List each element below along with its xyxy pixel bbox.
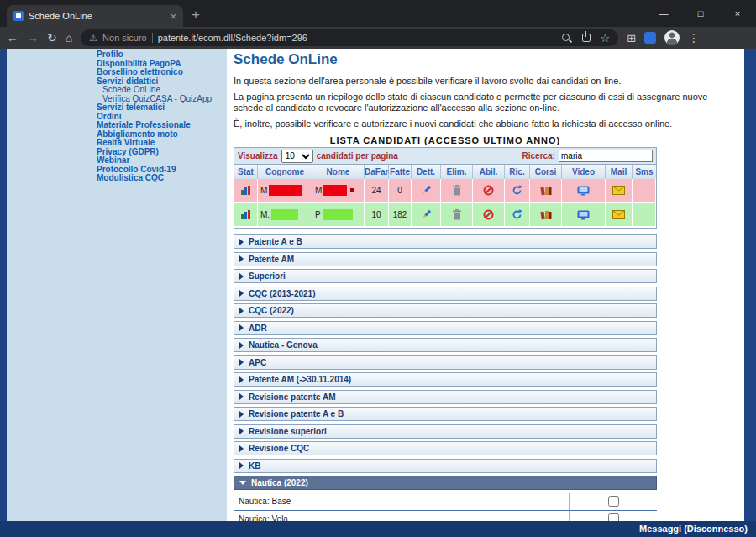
- header-video[interactable]: Video: [562, 165, 606, 179]
- accordion-revisione-a-b[interactable]: Revisione patente A e B: [234, 407, 657, 421]
- accordion-cqc-2022[interactable]: CQC (2022): [234, 303, 657, 318]
- sidebar-item-schede-online[interactable]: Schede OnLine: [97, 86, 227, 95]
- accordion-nautica-genova[interactable]: Nautica - Genova: [234, 338, 657, 352]
- refresh-request-icon[interactable]: [512, 185, 522, 196]
- refresh-button[interactable]: ↻: [47, 32, 57, 44]
- address-bar[interactable]: ⚠ Non sicuro patente.it/ecom.dll/Schede?…: [81, 29, 618, 46]
- zoom-icon[interactable]: [561, 33, 572, 44]
- delete-trash-icon[interactable]: [452, 209, 462, 220]
- header-stat[interactable]: Stat: [234, 165, 258, 179]
- mail-envelope-icon[interactable]: [612, 186, 625, 195]
- accordion-kb[interactable]: KB: [234, 459, 657, 473]
- extensions-icon[interactable]: ⊞: [627, 32, 636, 45]
- accordion-revisione-superiori[interactable]: Revisione superiori: [234, 424, 657, 439]
- nautica-vela-checkbox[interactable]: [608, 513, 619, 521]
- not-secure-warning-icon: ⚠: [89, 33, 97, 44]
- table-controls: Visualizza 10 candidati per pagina Ricer…: [234, 148, 656, 165]
- messages-status-bar[interactable]: Messaggi (Disconnesso): [0, 521, 756, 537]
- courses-books-icon[interactable]: [540, 210, 552, 220]
- header-corsi[interactable]: Corsi: [530, 165, 562, 179]
- messages-label[interactable]: Messaggi (Disconnesso): [639, 524, 748, 534]
- browser-menu-icon[interactable]: ⋮: [688, 31, 700, 45]
- extension-badge-icon[interactable]: [644, 32, 656, 44]
- header-ric[interactable]: Ric.: [505, 165, 530, 179]
- header-elim[interactable]: Elim.: [441, 165, 473, 179]
- new-tab-button[interactable]: +: [192, 7, 200, 24]
- accordion-apc[interactable]: APC: [234, 355, 657, 370]
- candidate-row: M M 24 0: [234, 179, 656, 203]
- header-cognome[interactable]: Cognome: [258, 165, 312, 179]
- deny-access-icon[interactable]: [483, 209, 494, 220]
- license-accordion: Patente A e B Patente AM Superiori CQC (…: [234, 234, 657, 490]
- chevron-right-icon: [239, 359, 244, 366]
- accordion-patente-am[interactable]: Patente AM: [234, 252, 657, 266]
- courses-books-icon[interactable]: [540, 186, 552, 196]
- minimize-button[interactable]: —: [645, 0, 682, 27]
- profile-avatar[interactable]: [664, 30, 680, 45]
- accordion-patente-am-2014[interactable]: Patente AM (->30.11.2014): [234, 372, 657, 387]
- nautica-vela-row: Nautica: Vela: [234, 511, 657, 522]
- browser-toolbar: ← → ↻ ⌂ ⚠ Non sicuro patente.it/ecom.dll…: [0, 27, 756, 49]
- redacted-name: [323, 185, 347, 196]
- accordion-nautica-2022[interactable]: Nautica (2022): [234, 476, 657, 490]
- nautica-options: Nautica: Base Nautica: Vela: [234, 493, 657, 522]
- address-divider: [152, 33, 153, 43]
- refresh-request-icon[interactable]: [512, 209, 522, 220]
- header-mail[interactable]: Mail: [606, 165, 633, 179]
- sms-cell: [633, 179, 656, 202]
- close-button[interactable]: ×: [719, 0, 756, 27]
- edit-pencil-icon[interactable]: [421, 185, 432, 196]
- redacted-surname: [271, 209, 298, 220]
- sidebar-item-profilo[interactable]: Profilo: [97, 50, 227, 60]
- header-nome[interactable]: Nome: [312, 165, 365, 179]
- accordion-patente-a-b[interactable]: Patente A e B: [234, 234, 657, 249]
- header-dett[interactable]: Dett.: [412, 165, 441, 179]
- mail-envelope-icon[interactable]: [612, 210, 625, 219]
- sidebar-item-materiale[interactable]: Materiale Professionale: [97, 121, 227, 130]
- share-icon[interactable]: [582, 34, 591, 42]
- fatte-count: 182: [389, 203, 412, 226]
- back-button[interactable]: ←: [7, 32, 18, 44]
- chevron-right-icon: [239, 393, 244, 400]
- search-input[interactable]: [559, 150, 653, 162]
- candidate-row: M. P 10 182: [234, 203, 656, 228]
- forward-button[interactable]: →: [27, 32, 39, 44]
- home-button[interactable]: ⌂: [66, 32, 72, 44]
- header-dafare[interactable]: DaFare: [365, 165, 389, 179]
- video-monitor-icon[interactable]: [577, 210, 590, 220]
- nautica-base-checkbox[interactable]: [608, 496, 619, 507]
- sidebar-item-modulistica-cqc[interactable]: Modulistica CQC: [97, 174, 227, 183]
- dafare-count: 24: [365, 179, 389, 202]
- stats-chart-icon[interactable]: [240, 185, 252, 196]
- tab-close-icon[interactable]: ×: [170, 10, 176, 23]
- page-body: Profilo Disponibilità PagoPA Borsellino …: [0, 49, 756, 537]
- accordion-revisione-am[interactable]: Revisione patente AM: [234, 390, 657, 404]
- sidebar-item-borsellino[interactable]: Borsellino elettronico: [97, 68, 227, 77]
- browser-tab[interactable]: Schede OnLine ×: [7, 5, 183, 27]
- main-content: Schede OnLine In questa sezione dell'are…: [227, 49, 744, 521]
- bookmark-star-icon[interactable]: ☆: [601, 32, 611, 45]
- accordion-label: Nautica - Genova: [249, 340, 318, 350]
- edit-pencil-icon[interactable]: [421, 209, 432, 220]
- sidebar-item-realta-virtuale[interactable]: Realtà Virtuale: [97, 139, 227, 148]
- accordion-superiori[interactable]: Superiori: [234, 269, 657, 283]
- accordion-label: Patente A e B: [249, 237, 302, 246]
- delete-trash-icon[interactable]: [452, 185, 462, 196]
- intro-paragraph-1: In questa sezione dell'area personale è …: [234, 76, 738, 87]
- accordion-cqc-2013-2021[interactable]: CQC (2013-2021): [234, 287, 657, 301]
- maximize-button[interactable]: □: [682, 0, 719, 27]
- video-monitor-icon[interactable]: [577, 186, 590, 196]
- deny-access-icon[interactable]: [483, 185, 494, 196]
- sidebar-item-servizi-telematici[interactable]: Servizi telematici: [97, 103, 227, 113]
- page-size-select[interactable]: 10: [281, 150, 313, 163]
- status-square: [350, 188, 354, 192]
- accordion-adr[interactable]: ADR: [234, 321, 657, 335]
- header-fatte[interactable]: Fatte: [389, 165, 412, 179]
- header-sms[interactable]: Sms: [633, 165, 656, 179]
- accordion-revisione-cqc[interactable]: Revisione CQC: [234, 441, 657, 455]
- stats-chart-icon[interactable]: [240, 209, 252, 220]
- chevron-right-icon: [239, 324, 244, 331]
- header-abil[interactable]: Abil.: [473, 165, 505, 179]
- sidebar-item-webinar[interactable]: Webinar: [97, 156, 227, 166]
- accordion-label: Patente AM (->30.11.2014): [249, 375, 351, 384]
